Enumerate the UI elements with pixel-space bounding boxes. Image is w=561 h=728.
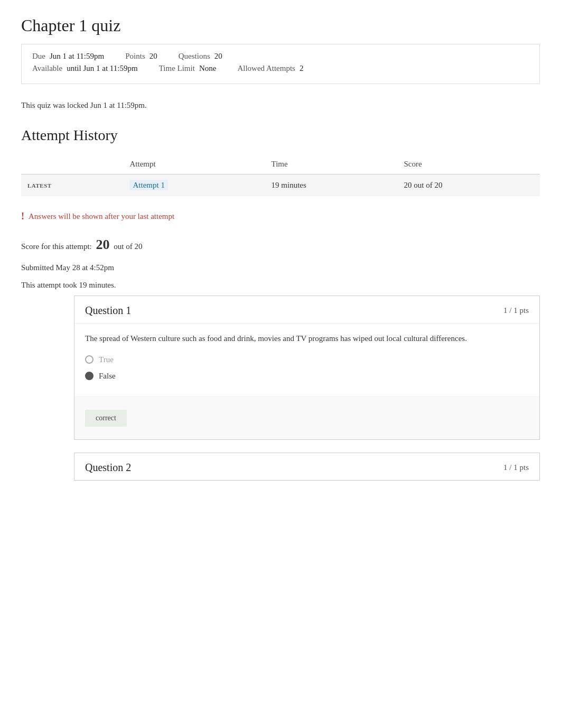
due-label: Due — [32, 52, 45, 61]
questions-container: Question 1 1 / 1 pts The spread of Weste… — [21, 296, 540, 481]
question-title-2: Question 2 — [85, 462, 131, 474]
attempt-link-cell[interactable]: Attempt 1 — [123, 174, 265, 197]
questions-label: Questions — [179, 52, 210, 61]
col-time: Time — [265, 154, 398, 174]
col-badge — [21, 154, 123, 174]
attempt-time: 19 minutes — [265, 174, 398, 197]
radio-circle-1-2 — [85, 372, 94, 380]
question-pts-2: 1 / 1 pts — [503, 463, 529, 472]
question-header-1: Question 1 1 / 1 pts — [74, 296, 539, 323]
score-section: Score for this attempt: 20 out of 20 — [21, 233, 540, 257]
meta-available: Available until Jun 1 at 11:59pm — [32, 64, 138, 73]
page-title: Chapter 1 quiz — [21, 16, 540, 35]
score-total: out of 20 — [114, 242, 142, 251]
quiz-meta-box: Due Jun 1 at 11:59pm Points 20 Questions… — [21, 44, 540, 84]
score-label: Score for this attempt: — [21, 242, 92, 251]
attempt-score: 20 out of 20 — [397, 174, 540, 197]
duration-info: This attempt took 19 minutes. — [21, 278, 540, 292]
meta-questions: Questions 20 — [179, 52, 222, 61]
warning-box: ! Answers will be shown after your last … — [21, 209, 540, 224]
question-body-1: The spread of Western culture such as fo… — [74, 323, 539, 397]
score-number: 20 — [96, 237, 109, 252]
answer-label-1-2: False — [99, 372, 116, 381]
question-text-1: The spread of Western culture such as fo… — [85, 332, 529, 345]
table-row: LATEST Attempt 1 19 minutes 20 out of 20 — [21, 174, 540, 197]
time-limit-value: None — [199, 64, 217, 73]
answer-option-1-2: False — [85, 372, 529, 381]
available-label: Available — [32, 64, 62, 73]
points-value: 20 — [149, 52, 157, 61]
points-label: Points — [125, 52, 145, 61]
col-score: Score — [397, 154, 540, 174]
attempt-history-title: Attempt History — [21, 127, 540, 144]
meta-points: Points 20 — [125, 52, 157, 61]
questions-value: 20 — [214, 52, 222, 61]
time-limit-label: Time Limit — [159, 64, 195, 73]
question-block-1: Question 1 1 / 1 pts The spread of Weste… — [74, 296, 540, 440]
latest-badge: LATEST — [21, 174, 123, 197]
meta-time-limit: Time Limit None — [159, 64, 217, 73]
radio-circle-1-1 — [85, 355, 94, 364]
col-attempt: Attempt — [123, 154, 265, 174]
question-pts-1: 1 / 1 pts — [503, 306, 529, 315]
meta-due: Due Jun 1 at 11:59pm — [32, 52, 104, 61]
question-title-1: Question 1 — [85, 305, 131, 317]
quiz-meta-row-2: Available until Jun 1 at 11:59pm Time Li… — [32, 64, 529, 73]
result-badge-1: correct — [85, 410, 127, 427]
attempt-history-table: Attempt Time Score LATEST Attempt 1 19 m… — [21, 154, 540, 196]
allowed-attempts-value: 2 — [300, 64, 304, 73]
table-header-row: Attempt Time Score — [21, 154, 540, 174]
allowed-attempts-label: Allowed Attempts — [237, 64, 295, 73]
answer-option-1-1: True — [85, 355, 529, 364]
available-value: until Jun 1 at 11:59pm — [67, 64, 137, 73]
locked-notice: This quiz was locked Jun 1 at 11:59pm. — [21, 97, 540, 110]
quiz-meta-row-1: Due Jun 1 at 11:59pm Points 20 Questions… — [32, 52, 529, 61]
question-header-2: Question 2 1 / 1 pts — [74, 453, 539, 480]
question-footer-1: correct — [74, 397, 539, 439]
warning-text: Answers will be shown after your last at… — [29, 212, 174, 221]
meta-allowed-attempts: Allowed Attempts 2 — [237, 64, 303, 73]
submitted-info: Submitted May 28 at 4:52pm — [21, 261, 540, 275]
due-value: Jun 1 at 11:59pm — [50, 52, 104, 61]
answer-label-1-1: True — [99, 355, 114, 364]
attempt-link[interactable]: Attempt 1 — [129, 180, 167, 190]
question-block-2: Question 2 1 / 1 pts — [74, 453, 540, 481]
warning-icon: ! — [21, 211, 24, 222]
